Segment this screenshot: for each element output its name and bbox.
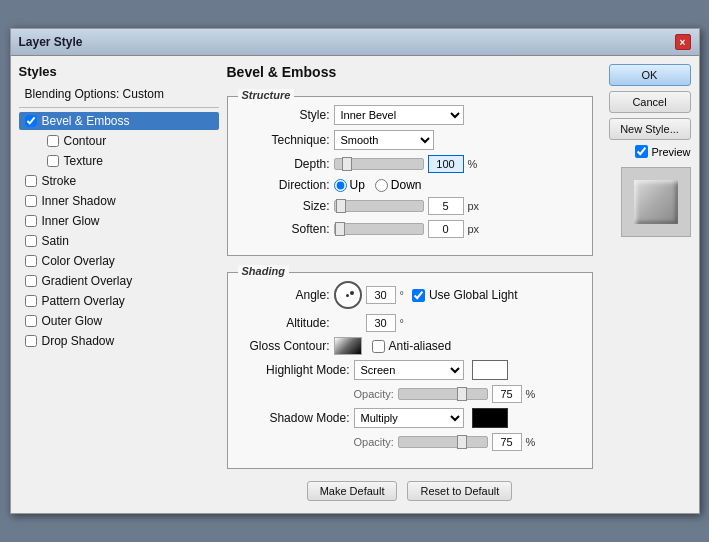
size-row: Size: px — [240, 197, 580, 215]
shadow-color-swatch[interactable] — [472, 408, 508, 428]
depth-label: Depth: — [240, 157, 330, 171]
contour-label: Contour — [64, 134, 107, 148]
sidebar-item-drop-shadow[interactable]: Drop Shadow — [19, 332, 219, 350]
style-label: Style: — [240, 108, 330, 122]
anti-aliased-label[interactable]: Anti-aliased — [372, 339, 452, 353]
size-unit: px — [468, 200, 480, 212]
shadow-opacity-slider[interactable] — [398, 436, 488, 448]
direction-up-radio[interactable] — [334, 179, 347, 192]
highlight-opacity-input[interactable] — [492, 385, 522, 403]
pattern-overlay-label: Pattern Overlay — [42, 294, 125, 308]
sidebar-item-stroke[interactable]: Stroke — [19, 172, 219, 190]
left-panel: Styles Blending Options: Custom Bevel & … — [19, 64, 219, 505]
outer-glow-checkbox[interactable] — [25, 315, 37, 327]
drop-shadow-checkbox[interactable] — [25, 335, 37, 347]
color-overlay-checkbox[interactable] — [25, 255, 37, 267]
angle-indicator — [350, 291, 354, 295]
preview-inner — [634, 180, 678, 224]
sidebar-item-bevel-emboss[interactable]: Bevel & Emboss — [19, 112, 219, 130]
size-slider[interactable] — [334, 200, 424, 212]
soften-row: Soften: px — [240, 220, 580, 238]
highlight-mode-label: Highlight Mode: — [240, 363, 350, 377]
technique-row: Technique: Smooth Chisel Hard Chisel Sof… — [240, 130, 580, 150]
style-select[interactable]: Inner Bevel Outer Bevel Emboss Pillow Em… — [334, 105, 464, 125]
depth-input[interactable] — [428, 155, 464, 173]
direction-down-label[interactable]: Down — [375, 178, 422, 192]
direction-down-radio[interactable] — [375, 179, 388, 192]
gradient-overlay-label: Gradient Overlay — [42, 274, 133, 288]
angle-wheel[interactable] — [334, 281, 362, 309]
depth-slider[interactable] — [334, 158, 424, 170]
angle-row: Angle: ° Use Global Light — [240, 281, 580, 309]
reset-to-default-button[interactable]: Reset to Default — [407, 481, 512, 501]
shadow-mode-label: Shadow Mode: — [240, 411, 350, 425]
inner-shadow-label: Inner Shadow — [42, 194, 116, 208]
shadow-mode-select[interactable]: Multiply Normal Screen — [354, 408, 464, 428]
sidebar-item-texture[interactable]: Texture — [19, 152, 219, 170]
size-input[interactable] — [428, 197, 464, 215]
soften-unit: px — [468, 223, 480, 235]
middle-panel: Bevel & Emboss Structure Style: Inner Be… — [227, 64, 593, 505]
sidebar-item-inner-shadow[interactable]: Inner Shadow — [19, 192, 219, 210]
direction-up-text: Up — [350, 178, 365, 192]
titlebar: Layer Style × — [11, 29, 699, 56]
stroke-checkbox[interactable] — [25, 175, 37, 187]
angle-input[interactable] — [366, 286, 396, 304]
technique-select[interactable]: Smooth Chisel Hard Chisel Soft — [334, 130, 434, 150]
anti-aliased-checkbox[interactable] — [372, 340, 385, 353]
highlight-mode-select[interactable]: Screen Normal Multiply — [354, 360, 464, 380]
gloss-contour-preview[interactable] — [334, 337, 362, 355]
bevel-emboss-checkbox[interactable] — [25, 115, 37, 127]
sidebar-item-color-overlay[interactable]: Color Overlay — [19, 252, 219, 270]
right-panel: OK Cancel New Style... Preview — [601, 64, 691, 505]
sidebar-item-outer-glow[interactable]: Outer Glow — [19, 312, 219, 330]
outer-glow-label: Outer Glow — [42, 314, 103, 328]
cancel-button[interactable]: Cancel — [609, 91, 691, 113]
pattern-overlay-checkbox[interactable] — [25, 295, 37, 307]
dialog-body: Styles Blending Options: Custom Bevel & … — [11, 56, 699, 513]
gloss-label: Gloss Contour: — [240, 339, 330, 353]
direction-up-label[interactable]: Up — [334, 178, 365, 192]
blending-options-item[interactable]: Blending Options: Custom — [19, 85, 219, 103]
preview-text: Preview — [651, 146, 690, 158]
shadow-opacity-input[interactable] — [492, 433, 522, 451]
sidebar-item-inner-glow[interactable]: Inner Glow — [19, 212, 219, 230]
style-row: Style: Inner Bevel Outer Bevel Emboss Pi… — [240, 105, 580, 125]
satin-checkbox[interactable] — [25, 235, 37, 247]
stroke-label: Stroke — [42, 174, 77, 188]
use-global-light-checkbox[interactable] — [412, 289, 425, 302]
soften-input[interactable] — [428, 220, 464, 238]
sidebar-item-satin[interactable]: Satin — [19, 232, 219, 250]
use-global-light-text: Use Global Light — [429, 288, 518, 302]
altitude-input[interactable] — [366, 314, 396, 332]
make-default-button[interactable]: Make Default — [307, 481, 398, 501]
preview-label-row: Preview — [635, 145, 690, 158]
ok-button[interactable]: OK — [609, 64, 691, 86]
contour-checkbox[interactable] — [47, 135, 59, 147]
highlight-color-swatch[interactable] — [472, 360, 508, 380]
highlight-opacity-slider[interactable] — [398, 388, 488, 400]
highlight-opacity-row: Highlight Mode: Opacity: % — [240, 385, 580, 403]
altitude-label: Altitude: — [240, 316, 330, 330]
preview-checkbox[interactable] — [635, 145, 648, 158]
panel-main-title: Bevel & Emboss — [227, 64, 593, 80]
preview-box — [621, 167, 691, 237]
new-style-button[interactable]: New Style... — [609, 118, 691, 140]
soften-slider[interactable] — [334, 223, 424, 235]
sidebar-item-contour[interactable]: Contour — [19, 132, 219, 150]
sidebar-item-gradient-overlay[interactable]: Gradient Overlay — [19, 272, 219, 290]
texture-checkbox[interactable] — [47, 155, 59, 167]
close-button[interactable]: × — [675, 34, 691, 50]
sidebar-item-pattern-overlay[interactable]: Pattern Overlay — [19, 292, 219, 310]
gradient-overlay-checkbox[interactable] — [25, 275, 37, 287]
highlight-mode-row: Highlight Mode: Screen Normal Multiply — [240, 360, 580, 380]
gloss-row: Gloss Contour: Anti-aliased — [240, 337, 580, 355]
direction-radio-group: Up Down — [334, 178, 422, 192]
anti-aliased-text: Anti-aliased — [389, 339, 452, 353]
inner-glow-label: Inner Glow — [42, 214, 100, 228]
use-global-light-label[interactable]: Use Global Light — [412, 288, 518, 302]
inner-shadow-checkbox[interactable] — [25, 195, 37, 207]
inner-glow-checkbox[interactable] — [25, 215, 37, 227]
size-label: Size: — [240, 199, 330, 213]
structure-label: Structure — [238, 89, 295, 101]
